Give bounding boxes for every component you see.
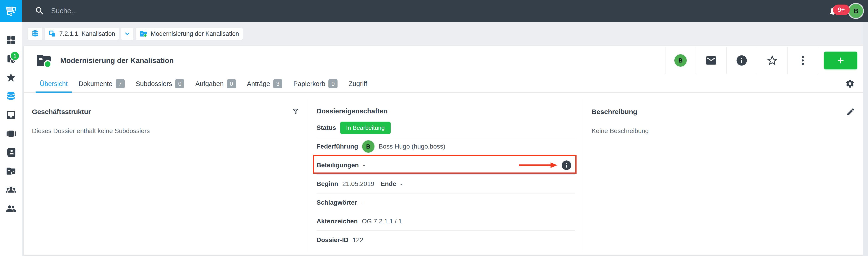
sitemap-icon xyxy=(48,30,56,38)
search-input[interactable] xyxy=(51,7,325,15)
sidebar-item-data[interactable] xyxy=(5,91,17,102)
tab-zugriff[interactable]: Zugriff xyxy=(344,75,371,92)
star-outline-icon xyxy=(766,54,779,67)
sidebar-item-inbox[interactable] xyxy=(5,110,17,120)
contact-book-icon xyxy=(6,147,16,158)
favorite-button[interactable] xyxy=(757,47,787,74)
tab-aufgaben[interactable]: Aufgaben 0 xyxy=(191,75,240,92)
chevron-down-icon xyxy=(124,30,131,37)
groups-icon xyxy=(5,184,17,195)
tab-count-badge: 7 xyxy=(116,79,125,88)
edit-description-button[interactable] xyxy=(846,107,855,116)
property-label: Federführung xyxy=(316,143,358,150)
filter-button[interactable] xyxy=(291,107,300,116)
sidebar-item-cards[interactable] xyxy=(5,128,17,139)
property-row-federfuehrung: Federführung B Boss Hugo (hugo.boss) xyxy=(316,137,575,156)
property-row-dossier-id: Dossier-ID 122 xyxy=(316,231,575,249)
property-value: 21.05.2019 xyxy=(342,180,374,188)
tab-count-badge: 0 xyxy=(329,79,338,88)
more-menu-button[interactable] xyxy=(787,47,818,74)
property-value: - xyxy=(361,199,363,206)
lead-avatar: B xyxy=(362,140,374,153)
tab-settings-button[interactable] xyxy=(845,79,855,88)
tab-label: Subdossiers xyxy=(136,80,172,88)
property-row-status: Status In Bearbeitung xyxy=(316,119,575,137)
send-mail-button[interactable] xyxy=(695,47,726,74)
app-logo-icon xyxy=(3,3,19,19)
sidebar-item-dashboard[interactable] xyxy=(5,35,17,46)
info-icon xyxy=(736,54,748,67)
star-icon xyxy=(6,72,16,83)
pending-count-badge: 1 xyxy=(10,51,20,61)
folder-lock-icon xyxy=(6,166,16,176)
status-badge: In Bearbeitung xyxy=(340,122,391,134)
tab-uebersicht[interactable]: Übersicht xyxy=(36,75,72,92)
tab-count-badge: 0 xyxy=(175,79,184,88)
property-value: - xyxy=(363,162,365,169)
property-value: - xyxy=(401,180,403,188)
people-icon xyxy=(5,203,17,214)
sidebar-item-users[interactable] xyxy=(5,203,17,214)
gear-icon xyxy=(845,79,855,88)
add-button[interactable]: + xyxy=(824,52,857,69)
tab-label: Übersicht xyxy=(40,80,68,88)
search-icon xyxy=(35,6,45,16)
header-actions: B + xyxy=(665,47,863,74)
sidebar-item-favorites[interactable] xyxy=(5,72,17,83)
recent-actors-icon xyxy=(6,129,16,139)
participations-info-button[interactable] xyxy=(561,159,572,171)
tab-label: Papierkorb xyxy=(293,80,325,88)
owner-avatar-action[interactable]: B xyxy=(665,47,695,74)
dashboard-icon xyxy=(6,35,16,46)
info-button[interactable] xyxy=(726,47,757,74)
app-logo[interactable] xyxy=(0,0,22,22)
breadcrumb-item-dossier[interactable]: Modernisierung der Kanalisation xyxy=(136,28,243,40)
dossier-tabs: Übersicht Dokumente 7 Subdossiers 0 Aufg… xyxy=(24,75,863,93)
breadcrumb-root-data[interactable] xyxy=(28,28,42,40)
dossier-header: Modernisierung der Kanalisation B xyxy=(24,46,863,75)
tab-label: Anträge xyxy=(247,80,270,88)
sidebar-item-records[interactable] xyxy=(5,166,17,177)
notifications-button[interactable]: 9+ xyxy=(828,4,839,18)
breadcrumb: 7.2.1.1. Kanalisation Modernisierung der… xyxy=(22,22,868,46)
panel-title: Beschreibung xyxy=(592,108,637,116)
tab-count-badge: 3 xyxy=(273,79,282,88)
sidebar-item-pending-tasks[interactable]: 1 xyxy=(5,53,17,64)
tab-count-badge: 0 xyxy=(227,79,236,88)
user-avatar[interactable]: B xyxy=(849,4,863,18)
annotation-arrow xyxy=(519,162,558,168)
tab-label: Dokumente xyxy=(79,80,113,88)
breadcrumb-dossier-label: Modernisierung der Kanalisation xyxy=(151,30,239,37)
tab-label: Zugriff xyxy=(348,80,367,88)
breadcrumb-item-structure[interactable]: 7.2.1.1. Kanalisation xyxy=(45,28,119,40)
property-label: Beginn xyxy=(316,180,338,188)
description-empty-text: Keine Beschreibung xyxy=(592,127,855,135)
property-row-beteiligungen: Beteiligungen - xyxy=(316,156,575,175)
property-value: 122 xyxy=(352,236,363,244)
sidebar-item-contacts[interactable] xyxy=(5,147,17,158)
tab-antraege[interactable]: Anträge 3 xyxy=(243,75,287,92)
property-label: Status xyxy=(316,124,336,132)
sidebar-item-groups[interactable] xyxy=(5,184,17,195)
panel-title: Dossiereigenschaften xyxy=(316,107,388,115)
panel-beschreibung: Beschreibung Keine Beschreibung xyxy=(583,93,863,255)
breadcrumb-expand-button[interactable] xyxy=(121,28,133,40)
folder-open-dossier-icon xyxy=(36,52,53,69)
filter-icon xyxy=(291,107,300,116)
owner-avatar: B xyxy=(674,54,687,67)
dossier-card: Modernisierung der Kanalisation B xyxy=(24,46,863,255)
mail-icon xyxy=(705,54,717,67)
panel-dossiereigenschaften: Dossiereigenschaften Status In Bearbeitu… xyxy=(308,93,583,255)
info-icon xyxy=(561,160,572,171)
scrollbar-track[interactable] xyxy=(863,22,868,256)
inbox-icon xyxy=(6,110,16,120)
tab-subdossiers[interactable]: Subdossiers 0 xyxy=(132,75,189,92)
folder-active-icon xyxy=(140,30,148,38)
property-label: Dossier-ID xyxy=(316,236,348,244)
property-row-schlagwoerter: Schlagwörter - xyxy=(316,194,575,212)
more-vert-icon xyxy=(797,55,809,66)
tab-dokumente[interactable]: Dokumente 7 xyxy=(74,75,129,92)
tab-papierkorb[interactable]: Papierkorb 0 xyxy=(289,75,342,92)
property-label: Aktenzeichen xyxy=(316,218,358,225)
notification-count-badge: 9+ xyxy=(833,5,850,15)
